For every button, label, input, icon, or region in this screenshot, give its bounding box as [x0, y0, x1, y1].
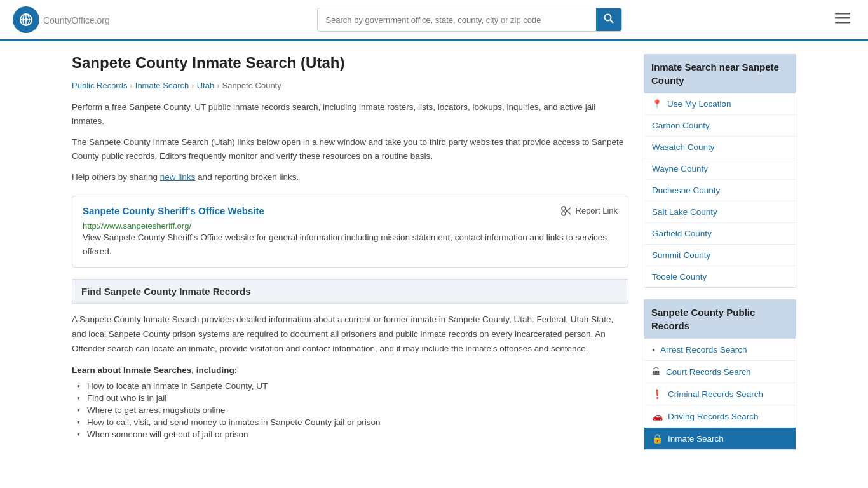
nearby-header: Inmate Search near Sanpete County [644, 54, 796, 93]
page-title: Sanpete County Inmate Search (Utah) [72, 54, 628, 72]
nearby-section: Inmate Search near Sanpete County 📍 Use … [644, 54, 796, 288]
county-link-wasatch[interactable]: Wasatch County [652, 142, 715, 152]
court-records-item[interactable]: 🏛 Court Records Search [644, 361, 796, 383]
intro-text: Perform a free Sanpete County, UT public… [72, 100, 628, 128]
inmate-icon: 🔒 [652, 433, 663, 444]
resource-title[interactable]: Sanpete County Sheriff's Office Website [83, 205, 264, 216]
use-location-item[interactable]: 📍 Use My Location [644, 93, 796, 115]
county-item-carbon[interactable]: Carbon County [644, 115, 796, 137]
breadcrumb-sep-1: › [130, 81, 132, 90]
svg-rect-9 [835, 17, 850, 19]
help-text: Help others by sharing new links and rep… [72, 170, 628, 184]
svg-rect-8 [835, 13, 850, 15]
driving-icon: 🚗 [652, 411, 663, 421]
location-icon: 📍 [652, 99, 662, 109]
driving-records-item[interactable]: 🚗 Driving Records Search [644, 405, 796, 428]
search-button[interactable] [596, 8, 621, 31]
county-item-saltlake[interactable]: Salt Lake County [644, 201, 796, 223]
resource-url[interactable]: http://www.sanpetesheriff.org/ [83, 221, 191, 231]
sidebar: Inmate Search near Sanpete County 📍 Use … [644, 54, 796, 461]
logo-ext: .org [95, 15, 110, 25]
county-item-duchesne[interactable]: Duchesne County [644, 180, 796, 201]
county-link-summit[interactable]: Summit County [652, 250, 710, 260]
breadcrumb-inmate-search[interactable]: Inmate Search [135, 81, 189, 90]
criminal-records-link[interactable]: Criminal Records Search [668, 390, 763, 399]
list-item: When someone will get out of jail or pri… [77, 430, 628, 439]
svg-point-5 [25, 18, 28, 22]
content-area: Sanpete County Inmate Search (Utah) Publ… [72, 54, 628, 461]
county-item-summit[interactable]: Summit County [644, 245, 796, 266]
county-item-tooele[interactable]: Tooele County [644, 266, 796, 287]
breadcrumb-public-records[interactable]: Public Records [72, 81, 127, 90]
nearby-header-text: Inmate Search near Sanpete County [651, 62, 779, 86]
county-item-wayne[interactable]: Wayne County [644, 158, 796, 180]
menu-button[interactable] [830, 8, 855, 32]
scissors-icon [560, 205, 572, 217]
arrest-icon: ▪ [652, 344, 655, 355]
logo-county: CountyOffice [43, 15, 95, 25]
hamburger-icon [835, 10, 850, 25]
svg-point-6 [605, 15, 611, 21]
criminal-icon: ❗ [652, 389, 663, 399]
inmate-search-item[interactable]: 🔒 Inmate Search [644, 428, 796, 449]
county-link-garfield[interactable]: Garfield County [652, 229, 712, 238]
list-item: How to call, visit, and send money to in… [77, 417, 628, 427]
list-item: How to locate an inmate in Sanpete Count… [77, 381, 628, 391]
svg-rect-10 [835, 22, 850, 24]
public-records-section: Sanpete County Public Records ▪ Arrest R… [644, 299, 796, 450]
nearby-body: 📍 Use My Location Carbon County Wasatch … [644, 93, 796, 288]
search-bar [317, 8, 622, 32]
list-item: Find out who is in jail [77, 393, 628, 403]
breadcrumb-current: Sanpete County [222, 81, 281, 90]
logo-text[interactable]: CountyOffice.org [43, 13, 110, 27]
public-records-header: Sanpete County Public Records [644, 299, 796, 339]
use-location-link[interactable]: Use My Location [667, 99, 731, 109]
county-item-wasatch[interactable]: Wasatch County [644, 137, 796, 158]
county-link-duchesne[interactable]: Duchesne County [652, 186, 720, 195]
criminal-records-item[interactable]: ❗ Criminal Records Search [644, 383, 796, 405]
county-link-carbon[interactable]: Carbon County [652, 121, 710, 130]
breadcrumb: Public Records › Inmate Search › Utah › … [72, 81, 628, 90]
driving-records-link[interactable]: Driving Records Search [668, 412, 759, 421]
search-input[interactable] [318, 10, 596, 30]
breadcrumb-utah[interactable]: Utah [197, 81, 214, 90]
breadcrumb-sep-3: › [217, 81, 219, 90]
learn-title: Learn about Inmate Searches, including: [72, 365, 628, 375]
county-link-tooele[interactable]: Tooele County [652, 272, 707, 281]
second-text: The Sanpete County Inmate Search (Utah) … [72, 135, 628, 163]
county-item-garfield[interactable]: Garfield County [644, 223, 796, 245]
resource-desc: View Sanpete County Sheriff's Office web… [83, 231, 618, 258]
header: CountyOffice.org [0, 0, 868, 41]
report-link-button[interactable]: Report Link [560, 205, 618, 217]
search-icon [604, 13, 614, 24]
county-link-saltlake[interactable]: Salt Lake County [652, 207, 717, 217]
county-link-wayne[interactable]: Wayne County [652, 164, 708, 173]
bullet-list: How to locate an inmate in Sanpete Count… [72, 381, 628, 439]
arrest-records-item[interactable]: ▪ Arrest Records Search [644, 339, 796, 361]
logo-svg [17, 11, 35, 29]
find-records-section-header: Find Sanpete County Inmate Records [72, 279, 628, 304]
report-link-label: Report Link [576, 206, 618, 215]
logo-icon [13, 6, 39, 33]
find-records-title: Find Sanpete County Inmate Records [81, 286, 251, 297]
list-item: Where to get arrest mugshots online [77, 405, 628, 415]
inmate-search-link[interactable]: Inmate Search [668, 434, 724, 444]
main-container: Sanpete County Inmate Search (Utah) Publ… [53, 41, 815, 474]
resource-card-header: Sanpete County Sheriff's Office Website … [83, 205, 618, 217]
find-records-body: A Sanpete County Inmate Search provides … [72, 313, 628, 356]
new-links-link[interactable]: new links [160, 172, 196, 182]
public-records-body: ▪ Arrest Records Search 🏛 Court Records … [644, 339, 796, 450]
breadcrumb-sep-2: › [191, 81, 194, 90]
arrest-records-link[interactable]: Arrest Records Search [660, 345, 747, 355]
resource-card: Sanpete County Sheriff's Office Website … [72, 196, 628, 268]
logo-area: CountyOffice.org [13, 6, 110, 33]
court-records-link[interactable]: Court Records Search [666, 367, 751, 377]
court-icon: 🏛 [652, 367, 661, 377]
svg-line-7 [611, 20, 614, 24]
public-records-header-text: Sanpete County Public Records [651, 307, 755, 331]
